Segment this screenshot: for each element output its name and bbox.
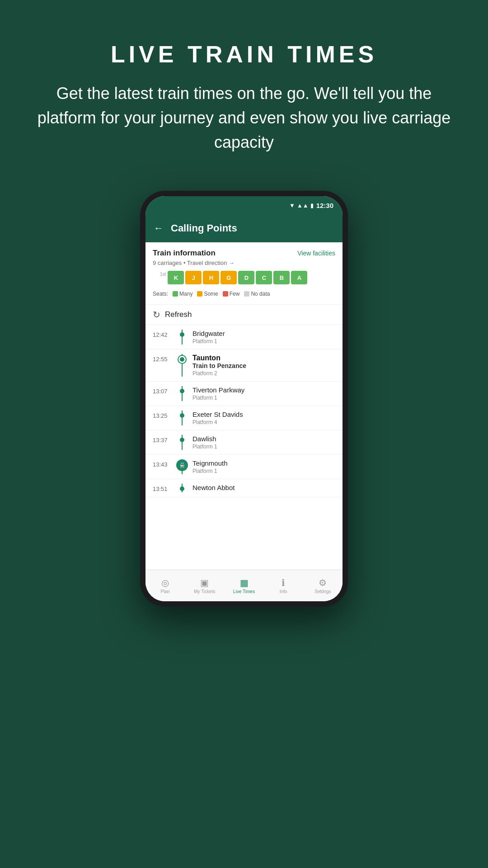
seats-legend: Seats: Many Some Few No data [153,291,335,297]
first-class-label: 1st [160,271,166,277]
phone-frame: ▼ ▲▲ ▮ 12:30 ← Calling Points Train info… [140,191,348,607]
cp-platform: Platform 1 [192,338,335,344]
back-button[interactable]: ← [154,222,164,234]
calling-point: 13:25Exeter St DavidsPlatform 4 [145,406,343,430]
app-content: Train information View facilities 9 carr… [145,242,343,601]
nav-icon-my-tickets: ▣ [200,577,209,588]
cp-details: Exeter St DavidsPlatform 4 [189,410,335,425]
legend-nodata: No data [244,291,270,297]
cp-line-area [175,386,189,401]
cp-time: 13:37 [153,435,175,443]
cp-vertical-line [182,330,183,344]
refresh-row[interactable]: ↻ Refresh [145,305,343,325]
cp-details: DawlishPlatform 1 [189,435,335,450]
cp-station-name: Bridgwater [192,330,335,337]
phone-screen: ▼ ▲▲ ▮ 12:30 ← Calling Points Train info… [145,196,343,601]
cp-time: 13:51 [153,484,175,492]
train-icon: 🚆 [179,462,186,468]
nav-item-info[interactable]: ℹInfo [264,577,303,594]
legend-many: Many [173,291,192,297]
cp-line-area: 🚆 [175,459,189,474]
nav-label-my-tickets: My Tickets [194,589,215,594]
cp-platform: Platform 1 [192,468,335,474]
cp-station-name: Teignmouth [192,459,335,467]
cp-dot-stop [180,438,184,442]
train-info-subtitle: 9 carriages • Travel direction → [153,259,335,266]
nav-icon-plan: ◎ [161,577,169,588]
train-info-section: Train information View facilities 9 carr… [145,242,343,305]
carriage-D: D [238,271,254,284]
nav-item-live-times[interactable]: ▦Live Times [224,577,263,594]
cp-station-name: Taunton [192,354,335,362]
page-subtitle: Get the latest train times on the go. We… [0,81,488,155]
cp-details: TauntonTrain to PenzancePlatform 2 [189,354,335,377]
cp-dot-stop [180,332,184,337]
nav-label-info: Info [280,589,287,594]
cp-line-area [175,354,189,377]
cp-vertical-line [182,410,183,425]
cp-time: 13:43 [153,459,175,468]
calling-point: 13:43🚆TeignmouthPlatform 1 [145,455,343,479]
carriage-J: J [185,271,202,284]
cp-dot-stop [180,486,184,491]
nav-label-live-times: Live Times [233,589,255,594]
cp-line-area [175,484,189,492]
nav-item-plan[interactable]: ◎Plan [145,577,185,594]
nav-item-my-tickets[interactable]: ▣My Tickets [185,577,224,594]
nav-icon-live-times: ▦ [240,577,249,588]
nav-item-settings[interactable]: ⚙Settings [303,577,343,594]
carriage-H: H [203,271,219,284]
carriage-G: G [221,271,237,284]
carriage-B: B [273,271,290,284]
nav-icon-info: ℹ [282,577,285,588]
app-header: ← Calling Points [145,214,343,242]
cp-vertical-line [182,386,183,401]
cp-dot-origin [178,356,186,363]
cp-details: Newton Abbot [189,484,335,491]
carriage-C: C [256,271,272,284]
signal-icon: ▲▲ [297,202,309,209]
legend-few: Few [223,291,240,297]
status-time: 12:30 [316,202,333,209]
status-bar-right: ▼ ▲▲ ▮ 12:30 [289,202,333,209]
calling-point: 13:07Tiverton ParkwayPlatform 1 [145,382,343,406]
cp-platform: Platform 2 [192,370,335,377]
cp-line-area [175,410,189,425]
cp-line-area [175,435,189,450]
legend-dot-some [197,291,202,297]
refresh-icon: ↻ [153,309,160,320]
bottom-nav: ◎Plan▣My Tickets▦Live TimesℹInfo⚙Setting… [145,570,343,601]
cp-vertical-line [182,435,183,450]
cp-dot-stop [180,389,184,393]
carriages-section: 1st KJHGDCBA [153,271,335,291]
nav-label-settings: Settings [314,589,331,594]
cp-details: BridgwaterPlatform 1 [189,330,335,344]
train-info-row: Train information View facilities [153,249,335,258]
cp-platform: Platform 1 [192,443,335,450]
cp-time: 12:42 [153,330,175,338]
carriage-K: K [168,271,184,284]
cp-platform: Platform 1 [192,395,335,401]
refresh-label: Refresh [165,310,192,319]
legend-dot-nodata [244,291,249,297]
cp-time: 12:55 [153,354,175,363]
wifi-icon: ▼ [289,202,295,209]
status-icons: ▼ ▲▲ ▮ [289,202,314,209]
cp-dot-current: 🚆 [176,459,188,471]
seats-label: Seats: [153,291,168,297]
train-info-title: Train information [153,249,216,258]
cp-train-label: Train to Penzance [192,362,335,369]
view-facilities-link[interactable]: View facilities [297,250,335,257]
nav-label-plan: Plan [161,589,170,594]
cp-time: 13:07 [153,386,175,395]
cp-line-area [175,330,189,344]
legend-some: Some [197,291,218,297]
cp-time: 13:25 [153,410,175,419]
header-title: Calling Points [171,222,237,234]
calling-point: 13:51Newton Abbot [145,479,343,497]
cp-details: TeignmouthPlatform 1 [189,459,335,474]
cp-station-name: Tiverton Parkway [192,386,335,394]
page-title: LIVE TRAIN TIMES [111,41,377,68]
carriages-row: KJHGDCBA [168,271,307,284]
status-bar: ▼ ▲▲ ▮ 12:30 [145,196,343,214]
